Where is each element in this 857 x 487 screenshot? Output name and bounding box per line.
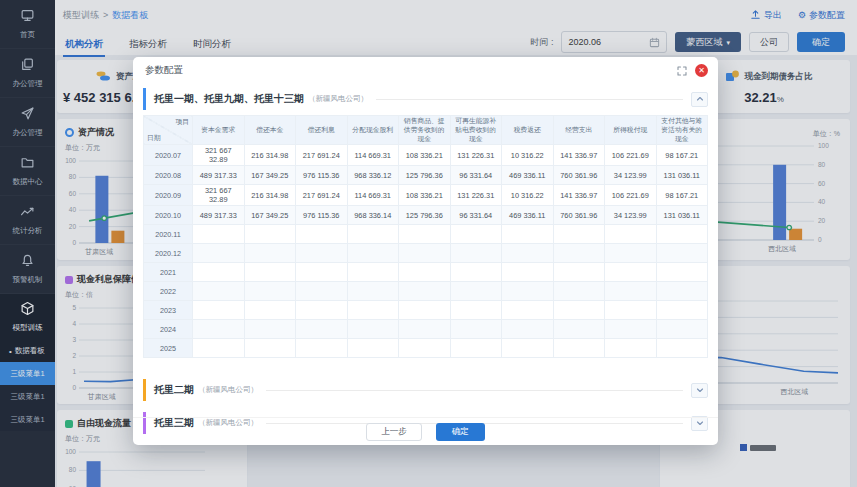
table-cell[interactable] [296, 225, 348, 244]
table-cell[interactable]: 108 336.21 [399, 185, 451, 206]
table-cell[interactable]: 968 336.12 [347, 166, 399, 185]
table-cell[interactable] [399, 320, 451, 339]
table-cell[interactable]: 98 167.21 [656, 185, 708, 206]
table-cell[interactable] [553, 282, 605, 301]
table-cell[interactable]: 34 123.99 [605, 206, 657, 225]
table-cell[interactable] [450, 320, 502, 339]
table-cell[interactable]: 217 691.24 [296, 185, 348, 206]
table-cell[interactable]: 216 314.98 [244, 185, 296, 206]
table-cell[interactable] [502, 320, 554, 339]
table-cell[interactable] [605, 225, 657, 244]
table-cell[interactable] [193, 320, 245, 339]
table-cell[interactable] [399, 301, 451, 320]
close-icon[interactable]: ✕ [695, 64, 708, 77]
table-cell[interactable] [193, 244, 245, 263]
table-cell[interactable] [244, 225, 296, 244]
table-cell[interactable] [347, 320, 399, 339]
table-cell[interactable] [656, 339, 708, 358]
table-cell[interactable]: 489 317.33 [193, 206, 245, 225]
expand-section-2-button[interactable] [691, 383, 708, 398]
table-cell[interactable] [656, 263, 708, 282]
table-cell[interactable] [502, 282, 554, 301]
table-cell[interactable] [502, 225, 554, 244]
table-cell[interactable] [347, 263, 399, 282]
table-cell[interactable] [502, 244, 554, 263]
table-cell[interactable]: 131 226.31 [450, 185, 502, 206]
table-cell[interactable]: 131 036.11 [656, 166, 708, 185]
table-cell[interactable]: 760 361.96 [553, 206, 605, 225]
table-cell[interactable]: 968 336.14 [347, 206, 399, 225]
table-cell[interactable] [553, 339, 605, 358]
table-cell[interactable]: 976 115.36 [296, 206, 348, 225]
table-cell[interactable] [502, 339, 554, 358]
table-cell[interactable] [502, 301, 554, 320]
table-cell[interactable]: 125 796.36 [399, 206, 451, 225]
table-cell[interactable] [399, 282, 451, 301]
table-cell[interactable]: 131 226.31 [450, 145, 502, 166]
table-cell[interactable] [605, 244, 657, 263]
table-cell[interactable]: 131 036.11 [656, 206, 708, 225]
table-cell[interactable]: 976 115.36 [296, 166, 348, 185]
table-cell[interactable]: 469 336.11 [502, 166, 554, 185]
table-cell[interactable] [193, 339, 245, 358]
table-cell[interactable]: 34 123.99 [605, 166, 657, 185]
table-cell[interactable] [244, 301, 296, 320]
table-cell[interactable]: 760 361.96 [553, 166, 605, 185]
table-cell[interactable] [605, 263, 657, 282]
table-cell[interactable]: 10 316.22 [502, 185, 554, 206]
table-cell[interactable] [296, 244, 348, 263]
table-cell[interactable] [553, 301, 605, 320]
table-cell[interactable] [450, 263, 502, 282]
table-cell[interactable] [244, 339, 296, 358]
table-cell[interactable] [347, 301, 399, 320]
previous-step-button[interactable]: 上一步 [366, 423, 422, 441]
table-cell[interactable] [347, 244, 399, 263]
table-cell[interactable] [399, 244, 451, 263]
table-cell[interactable]: 321 667 32.89 [193, 145, 245, 166]
table-cell[interactable]: 321 667 32.89 [193, 185, 245, 206]
table-cell[interactable] [347, 282, 399, 301]
table-cell[interactable] [244, 244, 296, 263]
table-cell[interactable] [656, 244, 708, 263]
table-cell[interactable] [244, 263, 296, 282]
table-cell[interactable] [656, 282, 708, 301]
table-cell[interactable]: 114 669.31 [347, 185, 399, 206]
table-cell[interactable] [450, 225, 502, 244]
collapse-section-1-button[interactable] [691, 92, 708, 107]
table-cell[interactable]: 106 221.69 [605, 145, 657, 166]
table-cell[interactable] [553, 244, 605, 263]
table-cell[interactable]: 216 314.98 [244, 145, 296, 166]
table-cell[interactable]: 10 316.22 [502, 145, 554, 166]
table-cell[interactable] [193, 263, 245, 282]
table-cell[interactable]: 114 669.31 [347, 145, 399, 166]
table-cell[interactable]: 106 221.69 [605, 185, 657, 206]
expand-icon[interactable] [677, 66, 687, 76]
table-cell[interactable]: 141 336.97 [553, 185, 605, 206]
table-cell[interactable] [399, 225, 451, 244]
table-cell[interactable] [347, 225, 399, 244]
table-cell[interactable] [193, 301, 245, 320]
table-cell[interactable] [502, 263, 554, 282]
table-cell[interactable] [296, 301, 348, 320]
table-cell[interactable] [605, 282, 657, 301]
table-cell[interactable]: 96 331.64 [450, 206, 502, 225]
table-cell[interactable]: 125 796.36 [399, 166, 451, 185]
table-cell[interactable] [656, 320, 708, 339]
table-cell[interactable] [553, 320, 605, 339]
table-cell[interactable] [605, 301, 657, 320]
table-cell[interactable] [450, 339, 502, 358]
table-cell[interactable] [553, 263, 605, 282]
table-cell[interactable]: 167 349.25 [244, 166, 296, 185]
table-cell[interactable] [605, 320, 657, 339]
table-cell[interactable] [450, 301, 502, 320]
table-cell[interactable] [193, 282, 245, 301]
table-cell[interactable] [347, 339, 399, 358]
table-cell[interactable] [605, 339, 657, 358]
table-cell[interactable]: 98 167.21 [656, 145, 708, 166]
table-cell[interactable] [244, 320, 296, 339]
table-cell[interactable] [296, 282, 348, 301]
table-cell[interactable] [296, 339, 348, 358]
table-cell[interactable] [450, 282, 502, 301]
table-cell[interactable]: 469 336.11 [502, 206, 554, 225]
dialog-confirm-button[interactable]: 确定 [436, 423, 485, 441]
